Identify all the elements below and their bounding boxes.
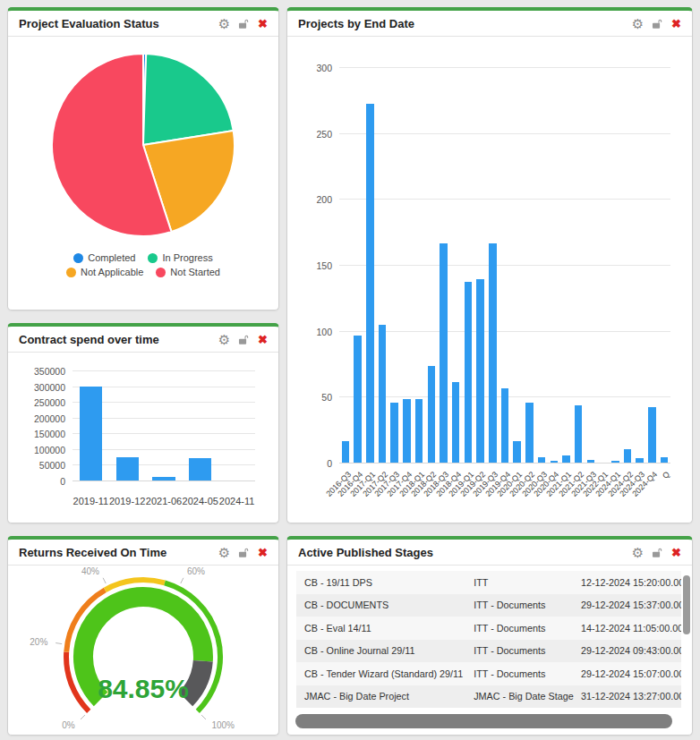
panel-actions: ⚙ ✖ [218,546,268,559]
bar-2024-05[interactable] [189,458,211,481]
bar-2019-Q4[interactable] [501,388,508,464]
bar-2018-Q4[interactable] [452,382,459,464]
bar-2020-Q2[interactable] [525,403,533,464]
xlabel-slot: 2024-Q4 [646,467,659,523]
dashboard: Project Evaluation Status ⚙ ✖ CompletedI… [0,0,700,740]
gauge-tick-label: 60% [187,567,205,576]
bar-slot [511,68,524,464]
bar-slot [462,68,474,464]
bar-slot [339,68,352,464]
panel-actions: ⚙ ✖ [218,17,268,30]
bar-2016-Q4[interactable] [354,336,361,464]
legend-item-completed[interactable]: Completed [73,252,135,263]
table-cell: ITT - Documents [465,645,577,656]
settings-gear-icon[interactable]: ⚙ [632,17,644,30]
table-row[interactable]: CB - Online Journal 29/11ITT - Documents… [296,640,681,663]
unlock-icon[interactable] [238,18,250,30]
bar-2016-Q3[interactable] [342,441,349,464]
vertical-scrollbar[interactable] [683,575,690,634]
bar-2019-11[interactable] [80,387,102,481]
x-axis-tick-label: Q [661,470,671,481]
xlabel-slot: 2024-11 [218,491,255,509]
legend-item-not-applicable[interactable]: Not Applicable [66,267,143,277]
bar-2019-12[interactable] [116,457,139,481]
horizontal-scrollbar[interactable] [295,714,672,728]
y-axis-tick-label: 250 [316,129,332,140]
pie-slice-in-progress[interactable] [143,54,234,145]
bar-2019-Q3[interactable] [489,243,496,464]
unlock-icon[interactable] [652,18,663,30]
bar-2024-Q4[interactable] [648,407,655,464]
table-row[interactable]: CB - Eval 14/11ITT - Documents14-12-2024… [296,617,681,640]
close-icon[interactable]: ✖ [258,334,268,345]
bar-2018-Q1[interactable] [415,399,423,464]
bar-2020-Q1[interactable] [513,441,520,464]
panel-header: Contract spend over time ⚙ ✖ [8,327,278,353]
settings-gear-icon[interactable]: ⚙ [218,333,230,346]
table-cell: CB - Eval 14/11 [296,623,465,634]
bar-slot [560,68,573,464]
close-icon[interactable]: ✖ [258,18,268,30]
table-cell: ITT - Documents [465,600,577,610]
bar-slot [388,68,401,464]
gauge-tick-label: 100% [211,720,235,730]
bar-2017-Q1[interactable] [366,104,373,464]
bar-slot [438,68,450,464]
y-axis-tick-label: 100 [316,327,332,337]
table-row[interactable]: CB - 19/11 DPSITT12-12-2024 15:20:00.000 [296,571,681,594]
settings-gear-icon[interactable]: ⚙ [218,546,230,559]
legend-label: Completed [88,252,135,263]
gauge-tick [181,578,184,583]
gauge-tick [103,578,106,583]
bar-slot [609,68,621,464]
y-axis: 0500001000001500002000002500003000003500… [17,371,73,481]
xlabel-slot: 2019-11 [73,491,109,509]
panel-header: Returns Received On Time ⚙ ✖ [8,540,278,566]
table-cell: CB - Tender Wizard (Standard) 29/11 [296,668,465,679]
close-icon[interactable]: ✖ [671,547,681,558]
bar-2017-Q3[interactable] [390,403,397,464]
unlock-icon[interactable] [238,334,250,345]
panel-title: Active Published Stages [298,546,433,559]
x-axis-tick-label: 2019-11 [73,496,109,506]
bar-slot [363,68,376,464]
bar-2017-Q4[interactable] [403,399,410,464]
y-axis-tick-label: 350000 [34,366,65,377]
legend-item-in-progress[interactable]: In Progress [148,252,212,263]
panel-actions: ⚙ ✖ [218,333,268,346]
close-icon[interactable]: ✖ [258,547,268,558]
table-row[interactable]: CB - Tender Wizard (Standard) 29/11ITT -… [296,662,681,685]
panel-actions: ⚙ ✖ [632,546,681,559]
panel-header: Projects by End Date ⚙ ✖ [287,11,692,37]
bar-2024-Q2[interactable] [624,449,631,464]
panel-title: Project Evaluation Status [19,17,159,30]
bars [73,371,255,481]
unlock-icon[interactable] [652,547,663,558]
table-cell: 29-12-2024 15:07:00.000 [577,668,681,679]
bar-2019-Q1[interactable] [465,282,472,464]
bar-2018-Q3[interactable] [440,243,447,464]
bar-2018-Q2[interactable] [428,366,435,464]
bar-2021-Q2[interactable] [575,405,582,464]
bar-2019-Q2[interactable] [476,279,483,464]
panel-header: Project Evaluation Status ⚙ ✖ [8,11,278,37]
legend-dot [66,268,76,277]
y-axis-tick-label: 200 [316,194,332,205]
y-axis-tick-label: 50 [321,392,332,403]
settings-gear-icon[interactable]: ⚙ [218,17,230,30]
bars [339,68,670,464]
table-row[interactable]: CB - DOCUMENTSITT - Documents29-12-2024 … [296,594,681,617]
spend-chart: 0500001000001500002000002500003000003500… [17,359,269,517]
legend-item-not-started[interactable]: Not Started [156,267,220,277]
unlock-icon[interactable] [238,547,250,558]
gauge-tick [81,715,85,719]
table-row[interactable]: JMAC - Big Date ProjectJMAC - Big Date S… [296,685,681,709]
x-axis-tick-label: 2024-11 [219,496,255,506]
bar-slot [486,68,499,464]
settings-gear-icon[interactable]: ⚙ [632,546,644,559]
xlabel-slot: 2021-06 [146,491,183,509]
bar-2017-Q2[interactable] [379,325,386,464]
x-axis-line [339,463,670,464]
close-icon[interactable]: ✖ [671,18,681,30]
bar-slot [535,68,548,464]
